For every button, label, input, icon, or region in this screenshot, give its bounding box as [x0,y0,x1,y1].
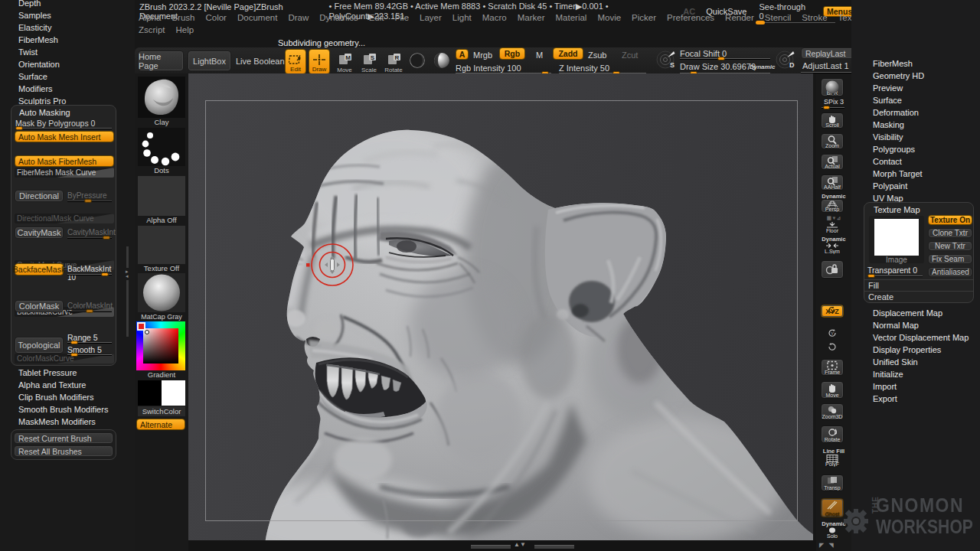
tray-scrollbar2[interactable] [126,280,129,337]
rotate-y-button[interactable]: Y [821,328,844,339]
tray-divider-bar-left[interactable] [471,545,511,549]
menu-item[interactable]: Movie [592,13,626,22]
slider-thumb[interactable] [101,272,109,276]
slider-thumb[interactable] [717,57,725,60]
tool-subpalette-item[interactable]: Polygroups [851,143,980,155]
move-mode-button[interactable]: M Move [334,49,355,74]
reset-current-brush-button[interactable]: Reset Current Brush [14,432,113,444]
fix-seam-button[interactable]: Fix Seam [928,254,972,264]
new-txtr-button[interactable]: New Txtr [928,241,972,251]
tray-item[interactable]: Alpha and Texture [0,379,135,391]
tool-subpalette-item[interactable]: Export [851,393,980,405]
rgb-intensity-slider[interactable]: Rgb Intensity 100 [456,64,521,73]
tray-item[interactable]: Smooth Brush Modifiers [0,403,135,416]
tool-subpalette-item[interactable]: Geometry HD [851,70,980,82]
tool-subpalette-item[interactable]: Contact [851,155,980,168]
transparent-slider[interactable]: Transparent 0 [867,266,917,275]
topological-button[interactable]: Topological [15,337,64,354]
menu-item[interactable]: Alpha [133,13,166,22]
create-section[interactable]: Create [864,291,973,302]
brush-clay-thumbnail[interactable] [138,77,185,118]
tool-subpalette-item[interactable]: Unified Skin [851,356,980,368]
actual-button[interactable]: Actual [821,154,844,170]
edit-mode-button[interactable]: Edit [285,49,306,74]
menu-item[interactable]: Macro [477,13,512,22]
tray-item[interactable]: Surface [0,70,135,83]
draw-mode-button[interactable]: Draw [309,49,330,74]
aahalf-button[interactable]: AAHalf [821,174,844,191]
rotate-z-button[interactable] [821,341,844,353]
tray-item[interactable]: MaskMesh Modifiers [0,416,135,428]
stroke-dial-icon[interactable]: S [655,49,677,72]
alternate-button[interactable]: Alternate [136,419,185,430]
xyz-button[interactable]: XYZ [821,305,844,318]
menu-item[interactable]: Stroke [796,13,832,22]
move-3d-button[interactable]: Move [821,381,844,399]
z-intensity-slider[interactable]: Z Intensity 50 [559,64,609,73]
menu-item[interactable]: Layer [414,13,447,22]
tool-subpalette-item[interactable]: Initialize [851,368,980,380]
tool-subpalette-item[interactable]: Vector Displacement Map [851,331,980,344]
mrgb-button[interactable]: Mrgb [473,51,492,60]
tray-item[interactable]: Elasticity [0,21,135,34]
document-canvas[interactable] [188,73,813,540]
tray-item[interactable]: Tablet Pressure [0,367,135,379]
tool-subpalette-item[interactable]: Morph Target [851,168,980,180]
draw-size-slider[interactable]: Draw Size 30.69679 [680,62,756,71]
frame-button[interactable]: Frame [821,359,844,376]
tool-subpalette-item[interactable]: Display Properties [851,344,980,356]
tray-item[interactable]: Twist [0,46,135,58]
tray-item[interactable]: Samples [0,9,135,21]
slider-thumb[interactable] [70,353,78,357]
menu-item[interactable]: Document [232,13,283,22]
live-boolean-button[interactable]: Live Boolean [236,57,285,66]
scale-mode-button[interactable]: S Scale [358,49,380,74]
dynamic-draw-size-toggle[interactable]: Dynamic [750,64,775,70]
menu-item[interactable]: Preferences [662,13,720,22]
floor-button[interactable]: Floor [821,221,844,233]
tray-item[interactable]: Orientation [0,58,135,70]
tray-collapse-arrows[interactable]: ▸◂ [126,269,129,279]
persp-button[interactable]: Persp [821,199,844,213]
bpr-button[interactable]: BPR [821,78,844,96]
switchcolor-button[interactable]: SwitchColor [138,406,185,416]
tool-subpalette-item[interactable]: FiberMesh [851,57,980,70]
auto-mask-mesh-insert-button[interactable]: Auto Mask Mesh Insert [15,131,114,142]
auto-mask-fibermesh-button[interactable]: Auto Mask FiberMesh [15,155,114,167]
tray-item[interactable]: Depth [0,0,135,9]
colormask-button[interactable]: ColorMask [15,300,64,312]
adjust-last-slider[interactable]: AdjustLast 1 [802,61,849,70]
menu-item[interactable]: Edit [364,13,390,22]
slider-thumb[interactable] [103,236,110,240]
rgb-button[interactable]: Rgb [499,47,525,60]
tray-divider-bar-right[interactable] [534,545,574,549]
tool-subpalette-item[interactable]: Normal Map [851,319,980,331]
zoom3d-button[interactable]: Zoom3D [821,403,844,420]
zcut-button[interactable]: Zcut [622,51,638,60]
tool-subpalette-item[interactable]: Preview [851,82,980,94]
tray-item[interactable]: FiberMesh [0,34,135,46]
tool-subpalette-item[interactable]: Visibility [851,131,980,143]
transp-button[interactable]: Transp [821,474,844,491]
tray-item[interactable]: Modifiers [0,83,135,95]
m-button[interactable]: M [536,51,543,60]
slider-thumb[interactable] [15,126,23,130]
slider-thumb[interactable] [823,106,830,109]
slider-thumb[interactable] [84,199,92,203]
menu-item[interactable]: Dynamics [314,13,363,22]
matcap-gray-thumbnail[interactable] [138,273,185,312]
zadd-button[interactable]: Zadd [553,47,583,60]
menu-item[interactable]: Picker [626,13,662,22]
texture-off-thumbnail[interactable] [138,226,185,264]
tray-scrollbar[interactable] [126,246,129,268]
secondary-color-swatch[interactable] [162,380,185,406]
tool-subpalette-item[interactable]: Import [851,380,980,393]
backfacemask-button[interactable]: BackfaceMask [15,263,64,276]
clone-txtr-button[interactable]: Clone Txtr [928,228,972,238]
slider-thumb[interactable] [867,274,875,278]
home-page-button[interactable]: Home Page [138,51,184,71]
stroke-dots-thumbnail[interactable] [138,128,185,166]
directional-mask-curve[interactable]: DirectionalMask Curve [15,214,114,223]
alpha-off-thumbnail[interactable] [138,176,185,216]
fibermesh-mask-curve[interactable]: FiberMesh Mask Curve [15,168,114,178]
